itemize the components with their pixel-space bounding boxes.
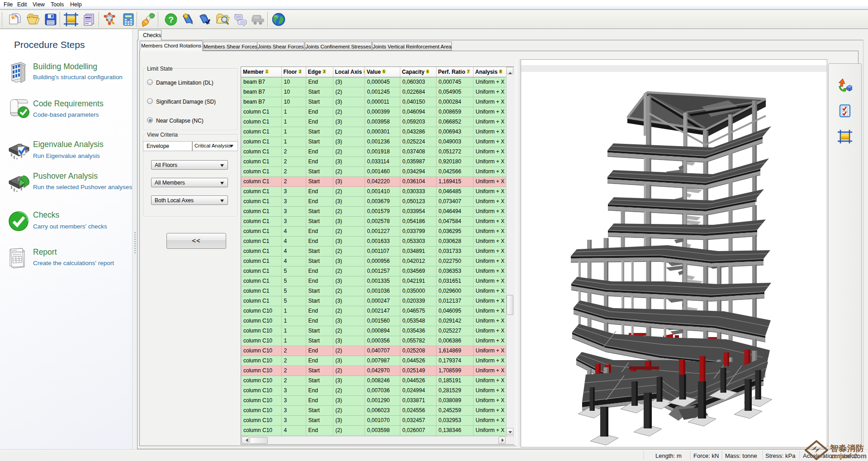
svg-text:?: ? xyxy=(168,15,174,24)
svg-text:Report: Report xyxy=(17,250,24,253)
